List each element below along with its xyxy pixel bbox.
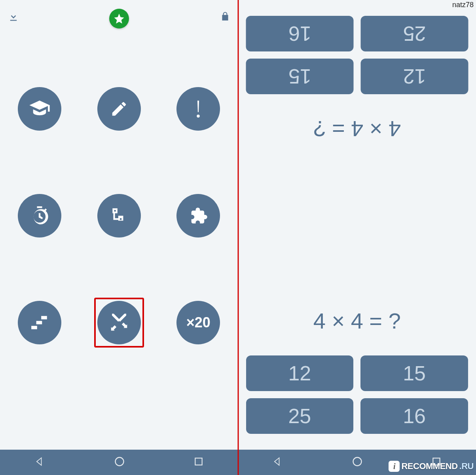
nav-back-button[interactable] bbox=[34, 456, 46, 469]
nav-recent-button[interactable] bbox=[193, 456, 204, 468]
levels-mode-button[interactable] bbox=[18, 301, 61, 344]
watermark-badge-icon: i bbox=[389, 461, 400, 472]
svg-point-2 bbox=[353, 458, 362, 466]
star-badge[interactable] bbox=[109, 9, 129, 28]
player-bottom: 4 × 4 = ? 12 15 25 16 bbox=[238, 225, 476, 450]
svg-point-0 bbox=[115, 458, 123, 466]
answer-button[interactable]: 12 bbox=[246, 355, 354, 391]
battle-selected-frame bbox=[94, 298, 144, 348]
android-navbar-left bbox=[0, 450, 238, 475]
menu-pane: ×20 bbox=[0, 0, 238, 475]
watermark-site-main: RECOMMEND bbox=[401, 461, 457, 471]
question-top: 4 × 4 = ? bbox=[313, 116, 401, 142]
pane-divider bbox=[237, 0, 239, 475]
answers-top: 12 15 25 16 bbox=[246, 16, 468, 94]
watermark-site: i RECOMMEND.RU bbox=[389, 461, 474, 472]
nav-home-button[interactable] bbox=[114, 456, 125, 469]
practice-mode-button[interactable] bbox=[97, 87, 141, 131]
download-icon[interactable] bbox=[8, 11, 19, 24]
game-pane: 4 × 4 = ? 12 15 25 16 4 × 4 = ? 12 15 25… bbox=[238, 0, 476, 475]
answer-button[interactable]: 16 bbox=[360, 398, 468, 434]
timed-mode-button[interactable] bbox=[18, 194, 61, 238]
watermark-user: natz78 bbox=[452, 1, 474, 9]
x20-label: ×20 bbox=[186, 314, 211, 331]
lock-icon[interactable] bbox=[220, 11, 230, 23]
path-mode-button[interactable] bbox=[97, 194, 141, 238]
x20-mode-button[interactable]: ×20 bbox=[176, 301, 220, 344]
answer-button[interactable]: 15 bbox=[246, 59, 354, 94]
nav-back-button[interactable] bbox=[272, 456, 283, 469]
question-bottom: 4 × 4 = ? bbox=[313, 308, 401, 334]
answer-button[interactable]: 12 bbox=[360, 59, 468, 94]
learn-mode-button[interactable] bbox=[18, 87, 61, 131]
top-bar bbox=[0, 0, 238, 36]
challenge-mode-button[interactable] bbox=[176, 87, 220, 131]
puzzle-mode-button[interactable] bbox=[176, 194, 220, 238]
game-area: 4 × 4 = ? 12 15 25 16 4 × 4 = ? 12 15 25… bbox=[238, 0, 476, 450]
watermark-site-suffix: .RU bbox=[459, 461, 474, 471]
answer-button[interactable]: 15 bbox=[360, 355, 468, 391]
svg-rect-1 bbox=[195, 458, 202, 465]
answer-button[interactable]: 25 bbox=[246, 398, 354, 434]
player-top: 4 × 4 = ? 12 15 25 16 bbox=[238, 0, 476, 225]
nav-home-button[interactable] bbox=[352, 456, 363, 469]
answer-button[interactable]: 25 bbox=[360, 16, 468, 51]
answer-button[interactable]: 16 bbox=[246, 16, 354, 51]
answers-bottom: 12 15 25 16 bbox=[246, 355, 468, 434]
